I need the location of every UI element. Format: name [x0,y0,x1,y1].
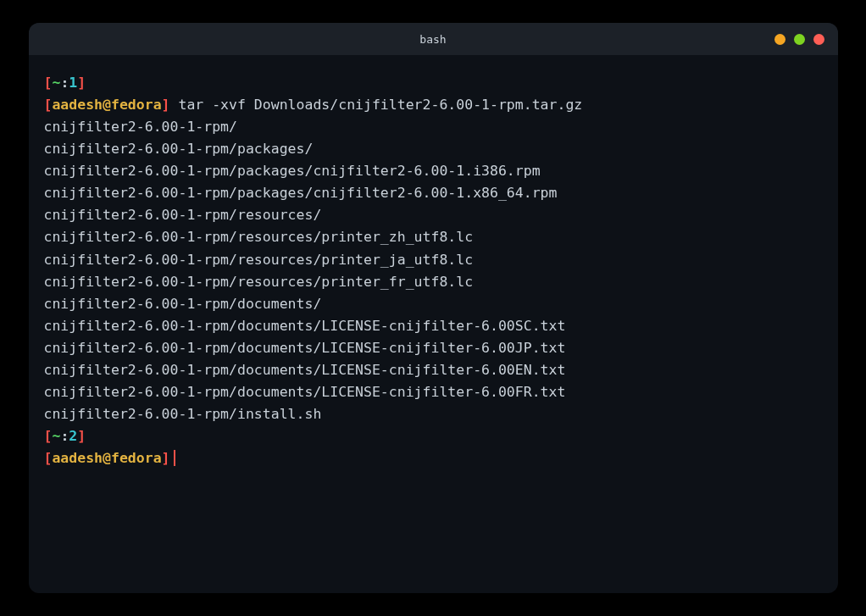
window-controls [774,34,824,45]
output-line: cnijfilter2-6.00-1-rpm/documents/LICENSE… [44,381,823,403]
output-line: cnijfilter2-6.00-1-rpm/ [44,116,823,138]
terminal-content[interactable]: [~:1] [aadesh@fedora] tar -xvf Downloads… [29,55,838,593]
output-line: cnijfilter2-6.00-1-rpm/packages/cnijfilt… [44,182,823,204]
title-bar: bash [29,23,838,55]
prompt-number: 1 [69,75,77,91]
output-line: cnijfilter2-6.00-1-rpm/packages/ [44,138,823,160]
output-line: cnijfilter2-6.00-1-rpm/resources/printer… [44,271,823,293]
output-line: cnijfilter2-6.00-1-rpm/install.sh [44,403,823,425]
prompt-colon: : [60,428,69,444]
bracket-close: ] [77,75,86,91]
prompt-path: ~ [52,75,60,91]
minimize-icon[interactable] [774,34,786,45]
output-line: cnijfilter2-6.00-1-rpm/documents/LICENSE… [44,337,823,359]
output-line: cnijfilter2-6.00-1-rpm/packages/cnijfilt… [44,160,823,182]
prompt-user-line-1: [aadesh@fedora] tar -xvf Downloads/cnijf… [44,94,823,116]
output-line: cnijfilter2-6.00-1-rpm/documents/LICENSE… [44,359,823,381]
output-line: cnijfilter2-6.00-1-rpm/documents/LICENSE… [44,315,823,337]
prompt-path-line-1: [~:1] [44,72,823,94]
terminal-window: bash [~:1] [aadesh@fedora] tar -xvf Down… [29,23,838,593]
cursor-icon [174,450,175,466]
user-host: aadesh@fedora [52,97,161,113]
bracket-open: [ [44,428,53,444]
output-line: cnijfilter2-6.00-1-rpm/resources/ [44,204,823,226]
bracket-close: ] [162,450,170,466]
prompt-path: ~ [52,428,60,444]
output-line: cnijfilter2-6.00-1-rpm/resources/printer… [44,226,823,248]
bracket-open: [ [44,75,53,91]
maximize-icon[interactable] [794,34,805,45]
command-text: tar -xvf Downloads/cnijfilter2-6.00-1-rp… [170,97,583,113]
output-line: cnijfilter2-6.00-1-rpm/documents/ [44,293,823,315]
prompt-colon: : [60,75,69,91]
bracket-open: [ [44,450,53,466]
window-title: bash [419,33,446,46]
prompt-path-line-2: [~:2] [44,425,823,447]
output-line: cnijfilter2-6.00-1-rpm/resources/printer… [44,249,823,271]
prompt-user-line-2: [aadesh@fedora] [44,447,823,469]
close-icon[interactable] [813,34,824,45]
user-host: aadesh@fedora [52,450,161,466]
bracket-close: ] [162,97,170,113]
bracket-open: [ [44,97,53,113]
bracket-close: ] [77,428,86,444]
prompt-number: 2 [69,428,77,444]
